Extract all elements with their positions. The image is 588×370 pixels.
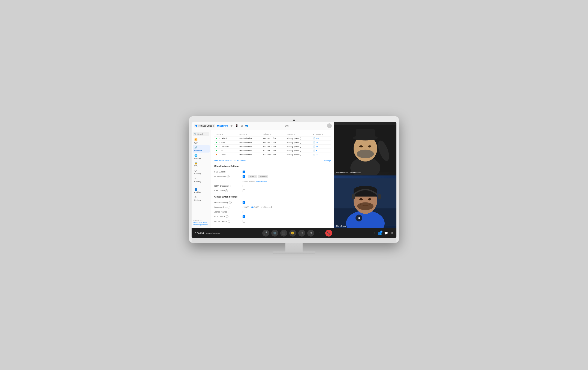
emoji-button[interactable]: 😊 [289,230,296,236]
flow-control-info-icon[interactable]: i [226,215,228,218]
sidebar-item-routing[interactable]: ↔ Routing [193,176,210,183]
radio-stp[interactable]: STP [242,206,249,208]
apps-button[interactable]: ⊞ [307,230,314,236]
radio-disabled[interactable]: Disabled [262,206,272,208]
cell-subnet: 192.168.1.0/24 [261,136,285,140]
tag-default-remove[interactable]: × [255,175,256,178]
new-virtual-network-link[interactable]: New Virtual Network [214,159,232,162]
svg-point-7 [359,145,363,147]
cell-subnet: 192.168.4.0/24 [261,148,285,153]
svg-point-20 [357,202,374,210]
jumbo-frames-checkbox[interactable] [242,211,245,213]
table-row[interactable]: ▸ IoT Portland Office 192.168.4.0/24 Pri… [214,148,331,153]
ipv6-support-checkbox[interactable] [242,171,245,173]
edit-selections-link[interactable]: Edit Selections [256,180,267,182]
app-title: UniFi [250,124,325,127]
action-links: New Virtual Network VLAN Viewer Manage [214,159,331,162]
info-button[interactable]: ℹ [374,231,375,235]
vlan-viewer-link[interactable]: VLAN Viewer [234,159,246,162]
share-button[interactable]: ⬡ [298,230,305,236]
cell-ip-leases: 📄 34 [311,140,331,144]
col-ip-leases[interactable]: IP Leases ▴ [311,132,331,136]
trash-icon[interactable]: 🗑 [230,124,233,127]
col-name[interactable]: Name ▴ [214,132,238,136]
igmp-snooping-checkbox[interactable] [242,185,245,187]
dhcp-snooping-row: DHCP Snooping i [214,200,331,205]
manage-link[interactable]: Manage [324,159,331,162]
table-row[interactable]: ▸ VoIP Portland Office 192.168.2.0/24 Pr… [214,140,331,144]
monitor-stand-base [273,252,315,254]
tag-default: Default × [248,175,257,178]
jumbo-frames-label: Jumbo Frames i [214,211,240,213]
cell-internet: Primary (WAN 1) [285,136,311,140]
table-row[interactable]: ▸ Guest Portland Office 192.168.5.0/24 P… [214,153,331,157]
table-row[interactable]: ▸ Cameras Portland Office 192.168.3.0/24… [214,144,331,148]
search-input[interactable] [197,133,210,135]
sidebar-item-routing-label: Routing [194,180,201,183]
sidebar-item-security[interactable]: 🛡 Security [193,168,210,176]
system-icon: ⚙ [194,195,197,199]
jumbo-frames-row: Jumbo Frames i [214,210,331,214]
igmp-proxy-checkbox[interactable] [242,189,245,192]
multicast-dns-row: Multicast DNS i Default × [214,174,331,184]
igmp-proxy-info-icon[interactable]: i [225,189,228,192]
site-dot [195,125,197,127]
table-row[interactable]: ▸ Default Portland Office 192.168.1.0/24… [214,136,331,140]
ipv6-support-row: IPv6 Support [214,169,331,174]
sidebar-item-profiles[interactable]: 👤 Profiles [193,187,210,194]
meeting-bar: 3:30 PM | wwx-sdsa-wws 🎤 📹 ⬛ 😊 ⬡ ⊞ ⋮ 📞 [192,228,396,238]
radio-disabled-outer [262,206,263,208]
release-notes-link[interactable]: View Release Notes [193,222,207,223]
user-avatar[interactable] [327,123,332,128]
people-badge: 2 [380,231,382,233]
radio-rstp[interactable]: RSTP [251,206,259,208]
svg-rect-23 [352,194,355,199]
cell-router: Portland Office [238,136,261,140]
support-ticket-link[interactable]: Submit Support Ticket [193,224,208,225]
sidebar-item-vpn[interactable]: 🔒 VPN [193,161,210,168]
igmp-snooping-info-icon[interactable]: i [228,185,231,187]
site-name: Portland Office [198,125,212,127]
router-sort-arrow: ▴ [246,134,247,135]
time-display: 3:30 PM [195,232,204,235]
8021x-info-icon[interactable]: i [228,220,230,223]
people-button[interactable]: 👥 2 [378,231,382,235]
spanning-tree-info-icon[interactable]: i [228,206,230,208]
dhcp-snooping-info-icon[interactable]: i [229,201,232,204]
sidebar-item-wifi[interactable]: 📶 WiFi [193,138,210,145]
col-router[interactable]: Router ▴ [238,132,261,136]
screen-share-button[interactable]: ⬛ [280,230,287,236]
svg-rect-17 [354,190,377,196]
sidebar-item-networks[interactable]: 🔗 Networks [193,145,210,153]
spanning-tree-label: Spanning Tree i [214,206,240,208]
users-icon[interactable]: 👥 [245,124,248,127]
security-icon: 🛡 [194,169,197,172]
col-internet[interactable]: Internet ▴ [285,132,311,136]
activities-button[interactable]: ⊞ [390,231,393,235]
sidebar-item-internet[interactable]: 🌐 Internet [193,153,210,160]
video-button[interactable]: 📹 [271,230,278,236]
more-button[interactable]: ⋮ [316,230,323,236]
mic-button[interactable]: 🎤 [262,230,269,236]
tag-cameras-remove[interactable]: × [266,175,267,178]
col-subnet[interactable]: Subnet ▴ [261,132,285,136]
cell-subnet: 192.168.2.0/24 [261,140,285,144]
radio-rstp-outer [251,206,253,208]
profiles-icon: 👤 [194,188,198,191]
cell-ip-leases: 📄 16 [311,144,331,148]
network-icon[interactable]: 🖥 [241,124,243,127]
end-call-button[interactable]: 📞 [325,230,332,236]
dhcp-snooping-checkbox[interactable] [242,201,245,204]
8021x-checkbox[interactable] [242,220,245,223]
person2-label: Clark Green [336,225,346,227]
multicast-dns-checkbox[interactable] [242,175,245,178]
multicast-dns-info-icon[interactable]: i [227,175,230,178]
site-selector[interactable]: Portland Office ▾ [194,124,215,127]
flow-control-checkbox[interactable] [242,215,245,218]
svg-rect-6 [356,129,375,139]
sidebar-search-container[interactable]: 🔍 [193,132,209,136]
sidebar-item-system[interactable]: ⚙ System [193,195,210,202]
jumbo-frames-info-icon[interactable]: i [228,211,230,213]
device-icon[interactable]: 📱 [235,124,238,127]
chat-button[interactable]: 💬 [384,231,388,235]
